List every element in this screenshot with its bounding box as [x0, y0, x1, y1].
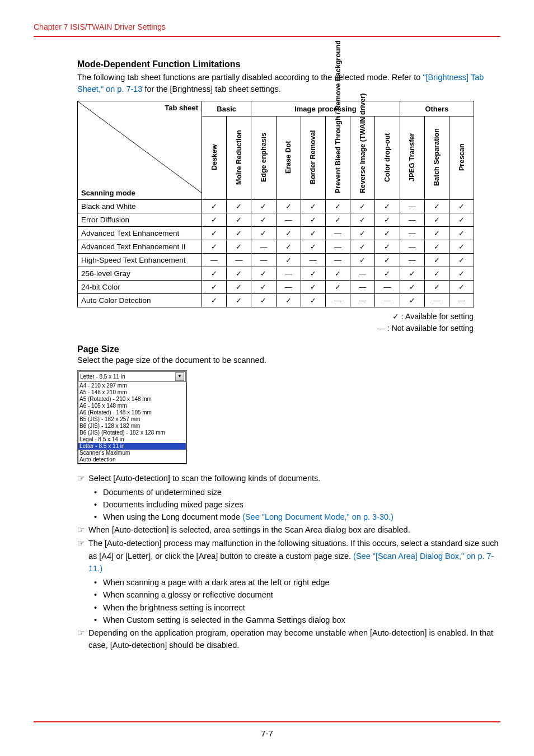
table-cell: ✓	[449, 227, 474, 240]
bullet-icon: •	[94, 511, 103, 523]
page-size-option[interactable]: B5 (JIS) - 182 x 257 mm	[78, 416, 186, 423]
table-cell: —	[202, 254, 227, 267]
table-cell: ✓	[251, 200, 276, 213]
note-sub-bullet: •When the brightness setting is incorrec…	[94, 601, 500, 614]
table-row-label: Auto Color Detection	[78, 294, 202, 307]
column-header: Erase Dot	[276, 116, 301, 200]
table-cell: ✓	[202, 267, 227, 281]
table-cell: —	[251, 240, 276, 254]
table-cell: ✓	[449, 213, 474, 227]
table-row-label: 256-level Gray	[78, 267, 202, 281]
page-size-option[interactable]: A4 - 210 x 297 mm	[78, 382, 186, 389]
note-sub-text: Documents including mixed page sizes	[103, 498, 243, 511]
table-cell: ✓	[424, 227, 449, 240]
table-cell: —	[251, 254, 276, 267]
page-size-option[interactable]: Scanner's Maximum	[78, 450, 186, 456]
page-size-option[interactable]: Letter - 8.5 x 11 in	[78, 443, 186, 450]
column-header: Color drop-out	[375, 116, 400, 200]
table-cell: ✓	[325, 213, 350, 227]
table-cell: ✓	[202, 294, 227, 307]
table-cell: —	[325, 240, 350, 254]
page-number: 7-7	[0, 729, 534, 738]
table-cell: —	[449, 294, 474, 307]
note-sub-text: When scanning a glossy or reflective doc…	[103, 589, 273, 601]
table-cell: ✓	[301, 294, 325, 307]
table-cell: ✓	[424, 213, 449, 227]
page-size-option[interactable]: A6 - 105 x 148 mm	[78, 403, 186, 409]
table-cell: ✓	[251, 281, 276, 294]
page-size-option[interactable]: A5 (Rotated) - 210 x 148 mm	[78, 396, 186, 403]
table-cell: —	[400, 240, 424, 254]
note-sub-text: When using the Long document mode (See "…	[103, 511, 394, 523]
table-cell: ✓	[301, 267, 325, 281]
function-limitations-table: Tab sheetScanning modeBasicImage process…	[77, 101, 474, 307]
table-cell: —	[400, 200, 424, 213]
table-cell: ✓	[227, 267, 251, 281]
bullet-icon: •	[94, 576, 103, 589]
table-cell: —	[325, 294, 350, 307]
table-cell: ✓	[227, 294, 251, 307]
page-size-option[interactable]: B6 (JIS) (Rotated) - 182 x 128 mm	[78, 430, 186, 436]
table-cell: ✓	[400, 294, 424, 307]
table-cell: ✓	[202, 227, 227, 240]
note-sub-bullet: •Documents including mixed page sizes	[94, 498, 500, 511]
page-size-heading: Page Size	[77, 344, 500, 354]
note-pointer-icon: ☞	[77, 627, 88, 652]
table-cell: —	[276, 213, 301, 227]
intro-text: The following tab sheet functions are pa…	[77, 72, 500, 95]
table-cell: ✓	[276, 240, 301, 254]
table-cell: ✓	[325, 281, 350, 294]
intro-pre: The following tab sheet functions are pa…	[77, 73, 423, 82]
table-cell: —	[325, 227, 350, 240]
table-cell: —	[375, 281, 400, 294]
table-cell: —	[350, 281, 375, 294]
table-cell: ✓	[202, 281, 227, 294]
column-header: Prevent Bleed Through / Remove Backgroun…	[325, 116, 350, 200]
note-body: Depending on the application program, op…	[88, 627, 500, 652]
table-cell: ✓	[227, 240, 251, 254]
table-cell: ✓	[424, 267, 449, 281]
dropdown-arrow-icon[interactable]: ▼	[175, 372, 184, 381]
table-cell: ✓	[350, 200, 375, 213]
note-link[interactable]: (See "Long Document Mode," on p. 3-30.)	[242, 512, 394, 521]
table-cell: ✓	[227, 200, 251, 213]
page-size-selected[interactable]: Letter - 8.5 x 11 in ▼	[78, 371, 186, 382]
table-cell: ✓	[276, 200, 301, 213]
page-size-option[interactable]: Auto-detection	[78, 456, 186, 463]
page-size-option-list[interactable]: A4 - 210 x 297 mmA5 - 148 x 210 mmA5 (Ro…	[78, 382, 186, 464]
table-row-label: Advanced Text Enhancement II	[78, 240, 202, 254]
page-size-dropdown[interactable]: Letter - 8.5 x 11 in ▼ A4 - 210 x 297 mm…	[77, 370, 187, 464]
intro-post: for the [Brightness] tab sheet settings.	[142, 85, 280, 94]
table-cell: ✓	[449, 240, 474, 254]
table-legend: ✓ : Available for setting — : Not availa…	[77, 311, 474, 334]
table-cell: —	[400, 254, 424, 267]
table-cell: ✓	[350, 227, 375, 240]
table-cell: ✓	[350, 254, 375, 267]
page-size-desc: Select the page size of the document to …	[77, 356, 500, 365]
page-size-option[interactable]: A6 (Rotated) - 148 x 105 mm	[78, 409, 186, 416]
table-cell: ✓	[251, 227, 276, 240]
column-header: Reverse Image (TWAIN driver)	[350, 116, 375, 200]
legend-not-available: — : Not available for setting	[77, 323, 474, 334]
page-size-option[interactable]: Legal - 8.5 x 14 in	[78, 436, 186, 443]
table-cell: ✓	[350, 240, 375, 254]
table-cell: ✓	[449, 267, 474, 281]
page-size-option[interactable]: A5 - 148 x 210 mm	[78, 389, 186, 396]
table-cell: —	[400, 213, 424, 227]
note-item: ☞When [Auto-detection] is selected, area…	[77, 524, 500, 536]
table-cell: ✓	[325, 200, 350, 213]
page-size-selected-text: Letter - 8.5 x 11 in	[80, 374, 125, 380]
page-size-option[interactable]: B6 (JIS) - 128 x 182 mm	[78, 423, 186, 430]
note-sub-text: When the brightness setting is incorrect	[103, 601, 245, 614]
column-header: Edge enphasis	[251, 116, 276, 200]
table-cell: ✓	[202, 213, 227, 227]
svg-line-0	[78, 101, 202, 193]
table-cell: ✓	[276, 294, 301, 307]
table-cell: ✓	[375, 254, 400, 267]
table-cell: ✓	[276, 227, 301, 240]
column-header: Border Removal	[301, 116, 325, 200]
table-cell: ✓	[202, 240, 227, 254]
table-cell: ✓	[202, 200, 227, 213]
table-cell: —	[276, 267, 301, 281]
column-header: Batch Separation	[424, 116, 449, 200]
